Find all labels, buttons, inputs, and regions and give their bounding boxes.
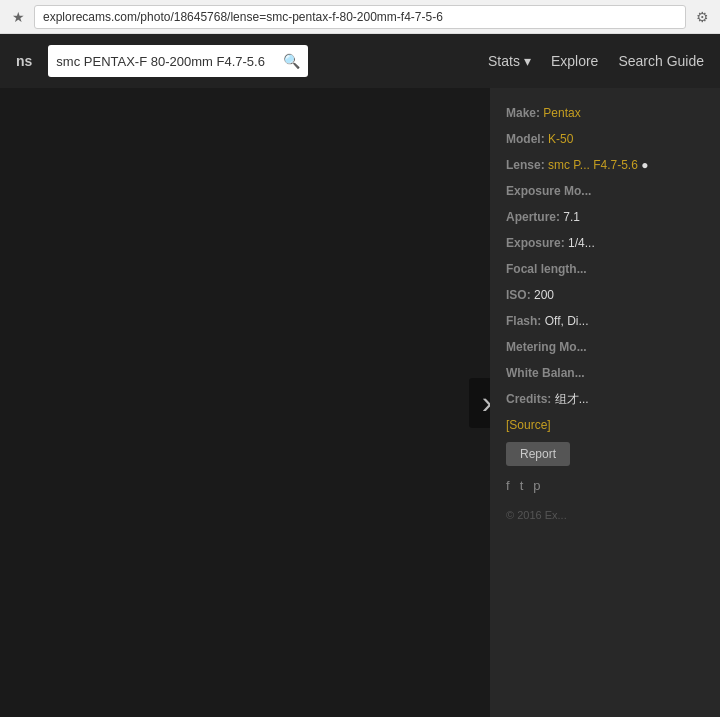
nav-search-guide[interactable]: Search Guide: [618, 53, 704, 69]
model-label: Model:: [506, 132, 545, 146]
search-icon[interactable]: 🔍: [283, 53, 300, 69]
make-value[interactable]: Pentax: [543, 106, 580, 120]
pinterest-icon[interactable]: p: [533, 478, 540, 493]
credits-value: 组才...: [555, 392, 589, 406]
info-make: Make: Pentax: [506, 104, 704, 122]
browser-bar: ★ explorecams.com/photo/18645768/lense=s…: [0, 0, 720, 34]
info-aperture: Aperture: 7.1: [506, 208, 704, 226]
settings-icon[interactable]: ⚙: [694, 9, 710, 25]
info-credits: Credits: 组才...: [506, 390, 704, 408]
exposure-label: Exposure:: [506, 236, 565, 250]
info-flash: Flash: Off, Di...: [506, 312, 704, 330]
info-exposure-mode: Exposure Mo...: [506, 182, 704, 200]
info-wb: White Balan...: [506, 364, 704, 382]
site-header: ns 🔍 Stats ▾ Explore Search Guide: [0, 34, 720, 88]
twitter-icon[interactable]: t: [520, 478, 524, 493]
exposure-mode-label: Exposure Mo...: [506, 184, 591, 198]
lense-value[interactable]: smc P... F4.7-5.6: [548, 158, 638, 172]
search-input[interactable]: [56, 54, 277, 69]
iso-value: 200: [534, 288, 554, 302]
source-label[interactable]: [Source]: [506, 418, 551, 432]
info-metering: Metering Mo...: [506, 338, 704, 356]
nav-stats[interactable]: Stats ▾: [488, 53, 531, 69]
credits-label: Credits:: [506, 392, 551, 406]
nav-stats-label: Stats: [488, 53, 520, 69]
nav-search-guide-label: Search Guide: [618, 53, 704, 69]
nav-explore[interactable]: Explore: [551, 53, 598, 69]
iso-label: ISO:: [506, 288, 531, 302]
focal-length-label: Focal length...: [506, 262, 587, 276]
info-lense: Lense: smc P... F4.7-5.6 ●: [506, 156, 704, 174]
url-bar[interactable]: explorecams.com/photo/18645768/lense=smc…: [34, 5, 686, 29]
info-exposure: Exposure: 1/4...: [506, 234, 704, 252]
nav-explore-label: Explore: [551, 53, 598, 69]
nav-stats-arrow: ▾: [524, 53, 531, 69]
social-icons: f t p: [506, 478, 704, 493]
metering-label: Metering Mo...: [506, 340, 587, 354]
url-text: explorecams.com/photo/18645768/lense=smc…: [43, 10, 443, 24]
info-iso: ISO: 200: [506, 286, 704, 304]
aperture-value: 7.1: [563, 210, 580, 224]
aperture-label: Aperture:: [506, 210, 560, 224]
copyright: © 2016 Ex...: [506, 509, 704, 521]
make-label: Make:: [506, 106, 540, 120]
wb-label: White Balan...: [506, 366, 585, 380]
info-model: Model: K-50: [506, 130, 704, 148]
info-focal-length: Focal length...: [506, 260, 704, 278]
flash-value: Off, Di...: [545, 314, 589, 328]
flash-label: Flash:: [506, 314, 541, 328]
search-bar[interactable]: 🔍: [48, 45, 308, 77]
main-content: 500PX 500px.com/photo/203924443 › Make: …: [0, 88, 720, 717]
site-logo: ns: [16, 53, 32, 69]
favicon-icon: ★: [10, 9, 26, 25]
nav-items: Stats ▾ Explore Search Guide: [488, 53, 704, 69]
lense-icon: ●: [641, 158, 648, 172]
info-source: [Source]: [506, 416, 704, 434]
lense-label: Lense:: [506, 158, 545, 172]
report-button[interactable]: Report: [506, 442, 570, 466]
model-value[interactable]: K-50: [548, 132, 573, 146]
facebook-icon[interactable]: f: [506, 478, 510, 493]
info-panel: Make: Pentax Model: K-50 Lense: smc P...…: [490, 88, 720, 717]
exposure-value: 1/4...: [568, 236, 595, 250]
photo-wrapper: 500PX 500px.com/photo/203924443 ›: [0, 88, 490, 717]
